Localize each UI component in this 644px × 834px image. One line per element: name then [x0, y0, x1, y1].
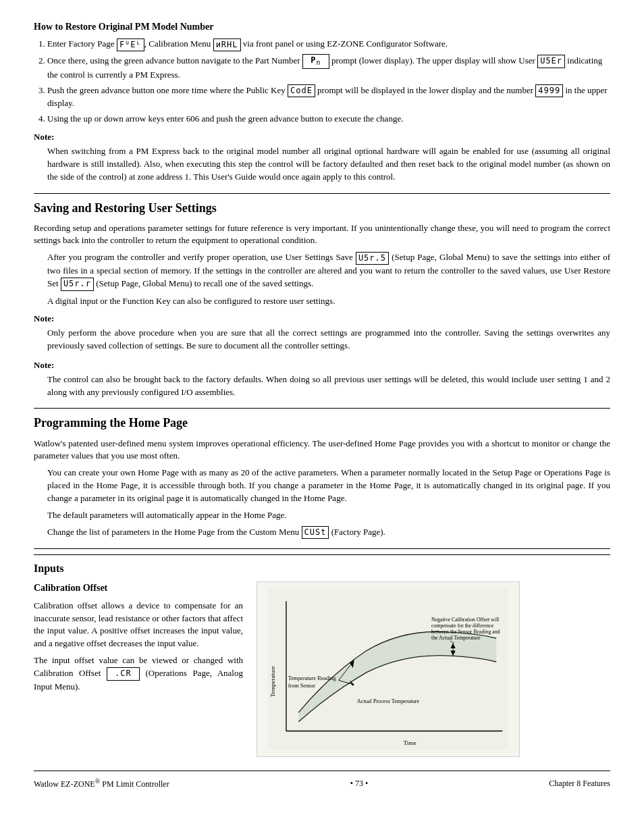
programming-para1: Watlow's patented user-defined menu syst…: [34, 438, 610, 463]
saving-note1-text: Only perform the above procedure when yo…: [47, 327, 610, 353]
calibration-para2: The input offset value can be viewed or …: [34, 654, 243, 693]
saving-note2-text: The control can also be brought back to …: [47, 373, 610, 399]
inputs-right-col: Temperature Time: [257, 581, 610, 757]
restore-step-3: Push the green advance button one more t…: [47, 84, 610, 111]
svg-text:Temperature: Temperature: [269, 667, 276, 698]
svg-text:Time: Time: [404, 739, 417, 746]
calibration-title: Calibration Offset: [34, 581, 243, 595]
calibration-para1: Calibration offset allows a device to co…: [34, 600, 243, 650]
svg-text:Temperature Reading: Temperature Reading: [288, 676, 336, 682]
restore-step-2: Once there, using the green advance butt…: [47, 54, 610, 82]
user-code: U5Er: [537, 55, 565, 68]
restore-section: How to Restore Original PM Model Number …: [34, 20, 610, 184]
saving-para3: A digital input or the Function Key can …: [47, 295, 610, 308]
4999-code: 4999: [535, 84, 563, 97]
fcey-code: FᵁEᴸ: [117, 38, 144, 51]
ica-code: .CR: [107, 667, 140, 680]
restore-note-label: Note:: [34, 131, 610, 144]
svg-rect-0: [268, 589, 509, 750]
calibration-chart: Temperature Time: [257, 581, 520, 757]
cust-code: CUSt: [302, 526, 329, 539]
svg-text:Negative Calibration Offset wi: Negative Calibration Offset will: [431, 617, 499, 623]
svg-text:Actual Process Temperature: Actual Process Temperature: [357, 699, 420, 705]
saving-para1: Recording setup and operations parameter…: [34, 222, 610, 248]
svg-text:between the Sensor Reading and: between the Sensor Reading and: [431, 629, 500, 635]
restore-steps-list: Enter Factory Page FᵁEᴸ, Calibration Men…: [47, 38, 610, 126]
usrr-code: U5r.r: [61, 278, 94, 290]
inputs-content: Calibration Offset Calibration offset al…: [34, 581, 610, 757]
inputs-title: Inputs: [34, 554, 610, 576]
restore-note-text: When switching from a PM Express back to…: [47, 145, 610, 184]
svg-text:compensate for the difference: compensate for the difference: [431, 623, 494, 629]
saving-note2-label: Note:: [34, 359, 610, 372]
saving-title: Saving and Restoring User Settings: [34, 193, 610, 217]
usrs-code: U5r.5: [356, 252, 389, 265]
page-footer: Watlow EZ-ZONE® PM Limit Controller • 73…: [34, 771, 610, 790]
programming-title: Programming the Home Page: [34, 408, 610, 432]
saving-note1-label: Note:: [34, 313, 610, 325]
programming-para4: Change the list of parameters in the Hom…: [47, 526, 610, 540]
restore-step-1: Enter Factory Page FᵁEᴸ, Calibration Men…: [47, 38, 610, 51]
svg-text:from Sensor: from Sensor: [288, 683, 316, 689]
inputs-section: Inputs Calibration Offset Calibration of…: [34, 548, 610, 757]
inputs-left-col: Calibration Offset Calibration offset al…: [34, 581, 243, 757]
programming-para2: You can create your own Home Page with a…: [47, 467, 610, 505]
programming-section: Programming the Home Page Watlow's paten…: [34, 408, 610, 539]
programming-para3: The default parameters will automaticall…: [47, 509, 610, 522]
saving-section: Saving and Restoring User Settings Recor…: [34, 193, 610, 399]
restore-title: How to Restore Original PM Model Number: [34, 20, 610, 34]
pn-code: Pn: [302, 54, 329, 69]
footer-brand: Watlow EZ-ZONE® PM Limit Controller: [34, 779, 169, 789]
svg-text:the Actual Temperature: the Actual Temperature: [431, 635, 481, 642]
restore-step-4: Using the up or down arrow keys enter 60…: [47, 113, 610, 126]
saving-para2: After you program the controller and ver…: [47, 251, 610, 290]
code-code: CodE: [288, 84, 315, 97]
footer-page-number: • 73 •: [350, 778, 368, 789]
cal-code: и​RHL: [213, 38, 241, 51]
chart-svg: Temperature Time: [264, 589, 512, 750]
footer-chapter: Chapter 8 Features: [549, 778, 610, 789]
footer-left: Watlow EZ-ZONE® PM Limit Controller: [34, 777, 169, 790]
